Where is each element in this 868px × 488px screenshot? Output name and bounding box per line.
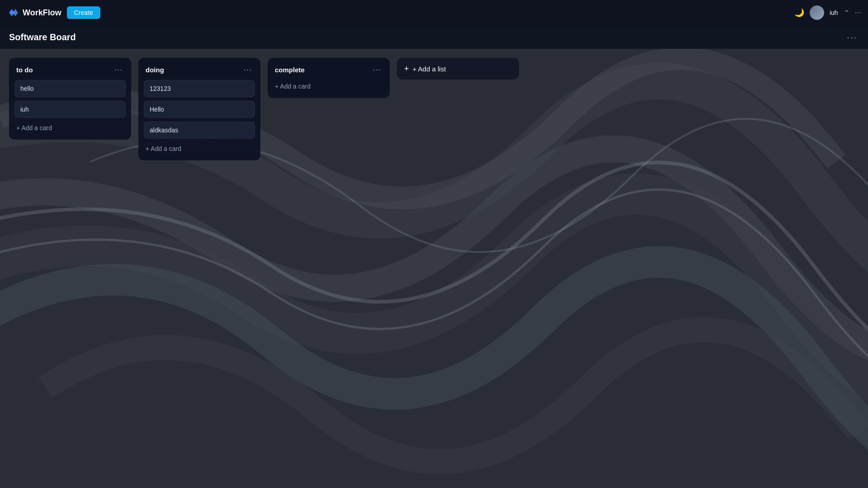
add-card-complete-button[interactable]: + Add a card: [273, 80, 384, 93]
moon-icon[interactable]: 🌙: [794, 8, 804, 18]
logo-text: WorkFlow: [23, 8, 61, 18]
app-header: WorkFlow Create 🌙 iuh ⌃ ···: [0, 0, 868, 25]
avatar[interactable]: [810, 5, 824, 20]
avatar-image: [810, 5, 824, 20]
card-iuh[interactable]: iuh: [14, 101, 126, 118]
logo[interactable]: WorkFlow: [7, 6, 61, 19]
list-doing-header: doing ···: [144, 63, 255, 76]
lists-container: to do ··· hello iuh + Add a card doing ·…: [0, 49, 868, 488]
list-todo: to do ··· hello iuh + Add a card: [9, 58, 131, 140]
header-more-icon[interactable]: ···: [855, 9, 861, 17]
list-complete-title: complete: [275, 66, 305, 74]
add-card-doing-button[interactable]: + Add a card: [144, 142, 255, 155]
add-list-icon: +: [404, 64, 409, 74]
list-complete-header: complete ···: [273, 63, 384, 76]
list-doing-title: doing: [146, 66, 164, 74]
list-doing: doing ··· 123123 Hello aldkasdas + Add a…: [138, 58, 260, 160]
card-hello2[interactable]: Hello: [144, 101, 255, 118]
header-right: 🌙 iuh ⌃ ···: [794, 5, 861, 20]
list-todo-header: to do ···: [14, 63, 126, 76]
header-left: WorkFlow Create: [7, 6, 100, 19]
board-area: to do ··· hello iuh + Add a card doing ·…: [0, 49, 868, 488]
card-123123[interactable]: 123123: [144, 80, 255, 97]
card-aldkasdas[interactable]: aldkasdas: [144, 122, 255, 139]
list-todo-menu-button[interactable]: ···: [113, 64, 124, 75]
add-list-label: + Add a list: [413, 65, 446, 73]
board-header: Software Board ···: [0, 25, 868, 49]
username-label: iuh: [830, 9, 838, 16]
list-todo-title: to do: [16, 66, 33, 74]
create-button[interactable]: Create: [67, 6, 100, 19]
card-hello[interactable]: hello: [14, 80, 126, 97]
board-menu-button[interactable]: ···: [845, 30, 859, 44]
notifications-icon[interactable]: ⌃: [844, 9, 849, 17]
add-card-todo-button[interactable]: + Add a card: [14, 122, 126, 134]
logo-icon: [7, 6, 20, 19]
list-complete-menu-button[interactable]: ···: [372, 64, 382, 75]
add-list-button[interactable]: + + Add a list: [397, 58, 519, 80]
list-complete: complete ··· + Add a card: [268, 58, 390, 98]
board-title: Software Board: [9, 32, 76, 42]
list-doing-menu-button[interactable]: ···: [242, 64, 253, 75]
